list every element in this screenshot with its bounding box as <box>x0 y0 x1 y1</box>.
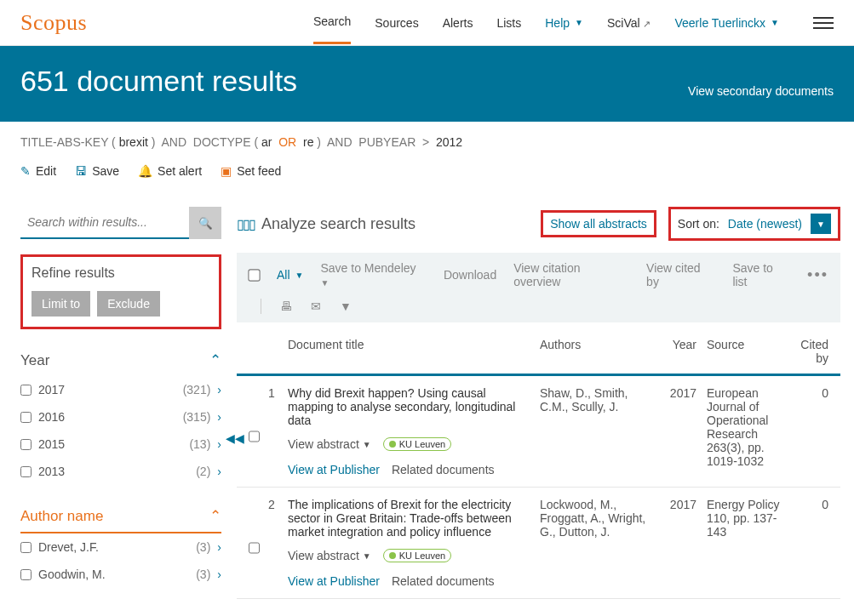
facet-checkbox[interactable] <box>20 542 32 553</box>
nav-sources[interactable]: Sources <box>375 3 418 43</box>
view-at-publisher[interactable]: View at Publisher <box>288 574 380 588</box>
ku-leuven-badge[interactable]: KU Leuven <box>383 549 451 562</box>
citation-overview[interactable]: View citation overview <box>513 261 629 288</box>
col-cited[interactable]: Cited by <box>795 338 828 365</box>
row-checkbox[interactable] <box>249 498 260 598</box>
rss-icon: ▣ <box>221 164 232 178</box>
facet-checkbox[interactable] <box>20 385 32 396</box>
row-authors[interactable]: Shaw, D., Smith, C.M., Scully, J. <box>540 386 659 487</box>
facet-checkbox[interactable] <box>20 412 32 423</box>
facet-checkbox[interactable] <box>20 466 32 477</box>
chevron-up-icon: ⌃ <box>209 507 221 525</box>
chevron-right-icon[interactable]: › <box>217 437 221 451</box>
chevron-down-icon: ▼ <box>771 18 779 27</box>
chevron-down-icon: ▼ <box>295 271 304 280</box>
row-authors[interactable]: Lockwood, M., Froggatt, A., Wright, G., … <box>540 498 659 598</box>
print-icon[interactable]: 🖶 <box>280 299 292 313</box>
facet-year-item[interactable]: 2015(13)› <box>20 431 221 458</box>
table-row: 1 Why did Brexit happen? Using causal ma… <box>237 376 840 488</box>
sort-dropdown[interactable]: ▼ <box>811 214 831 234</box>
col-year[interactable]: Year <box>659 338 696 365</box>
refine-title: Refine results <box>32 265 210 281</box>
email-icon[interactable]: ✉ <box>311 299 321 313</box>
bar-chart-icon: ▯▯▯ <box>237 216 255 232</box>
view-secondary-documents[interactable]: View secondary documents <box>688 84 834 98</box>
external-link-icon: ↗ <box>643 19 651 29</box>
save-mendeley[interactable]: Save to Mendeley ▼ <box>320 261 426 288</box>
show-abstracts-highlight: Show all abstracts <box>541 210 656 237</box>
pdf-icon[interactable]: ▼ <box>340 299 352 313</box>
nav-user[interactable]: Veerle Tuerlinckx▼ <box>674 3 779 43</box>
document-title[interactable]: Why did Brexit happen? Using causal mapp… <box>288 386 528 427</box>
facet-checkbox[interactable] <box>20 569 32 580</box>
view-abstract[interactable]: View abstract ▼ <box>288 549 371 562</box>
chevron-down-icon: ▼ <box>363 440 371 449</box>
chevron-up-icon: ⌃ <box>209 351 221 369</box>
brand-logo[interactable]: Scopus <box>20 10 87 36</box>
nav-search[interactable]: Search <box>313 1 351 44</box>
col-authors[interactable]: Authors <box>540 338 659 365</box>
bell-icon: 🔔 <box>138 164 152 178</box>
chevron-right-icon[interactable]: › <box>217 383 221 396</box>
row-cited[interactable]: 0 <box>795 386 828 487</box>
facet-author-item[interactable]: Goodwin, M.(3)› <box>20 561 221 588</box>
related-documents[interactable]: Related documents <box>392 574 495 588</box>
row-source[interactable]: Energy Policy 110, pp. 137-143 <box>707 498 795 598</box>
sort-label: Sort on: <box>678 217 719 231</box>
all-dropdown[interactable]: All ▼ <box>277 268 303 282</box>
search-icon: 🔍 <box>198 217 213 230</box>
chevron-right-icon[interactable]: › <box>217 568 221 581</box>
query-string: TITLE-ABS-KEY ( brexit ) AND DOCTYPE ( a… <box>0 122 854 163</box>
facet-year-item[interactable]: 2016(315)› <box>20 403 221 431</box>
set-feed-button[interactable]: ▣Set feed <box>221 164 281 178</box>
menu-icon[interactable] <box>813 17 834 29</box>
save-to-list[interactable]: Save to list <box>732 261 790 288</box>
view-cited-by[interactable]: View cited by <box>646 261 715 288</box>
chevron-right-icon[interactable]: › <box>217 465 221 478</box>
facet-author-header[interactable]: Author name⌃ <box>20 500 221 533</box>
download-button[interactable]: Download <box>444 268 496 282</box>
nav-scival[interactable]: SciVal ↗ <box>607 3 651 43</box>
edit-button[interactable]: ✎Edit <box>20 164 56 178</box>
col-source[interactable]: Source <box>707 338 795 365</box>
col-title[interactable]: Document title <box>288 338 540 365</box>
refine-results-highlight: Refine results Limit to Exclude <box>20 254 221 329</box>
chevron-down-icon: ▼ <box>320 278 329 288</box>
page-title: 651 document results <box>20 65 297 98</box>
search-within-button[interactable]: 🔍 <box>189 207 221 239</box>
chevron-down-icon: ▼ <box>817 220 825 229</box>
select-all-checkbox[interactable] <box>248 269 260 281</box>
facet-year-header[interactable]: Year⌃ <box>20 345 221 376</box>
row-source[interactable]: European Journal of Operational Research… <box>707 386 795 487</box>
sort-value[interactable]: Date (newest) <box>728 217 802 231</box>
more-actions[interactable]: ••• <box>807 266 828 284</box>
nav-lists[interactable]: Lists <box>496 3 521 43</box>
set-alert-button[interactable]: 🔔Set alert <box>138 164 202 178</box>
facet-checkbox[interactable] <box>20 439 32 450</box>
search-within-input[interactable] <box>20 207 189 239</box>
nav-help[interactable]: Help▼ <box>545 3 583 43</box>
row-year: 2017 <box>659 386 696 487</box>
collapse-sidebar-icon[interactable]: ◀◀ <box>226 431 244 445</box>
limit-to-button[interactable]: Limit to <box>32 291 90 317</box>
ku-leuven-badge[interactable]: KU Leuven <box>383 437 451 451</box>
facet-author-item[interactable]: Drevet, J.F.(3)› <box>20 533 221 561</box>
facet-year-item[interactable]: 2017(321)› <box>20 376 221 403</box>
nav-alerts[interactable]: Alerts <box>443 3 473 43</box>
document-title[interactable]: The implications of Brexit for the elect… <box>288 498 528 539</box>
row-cited[interactable]: 0 <box>795 498 828 598</box>
view-abstract[interactable]: View abstract ▼ <box>288 437 371 451</box>
chevron-right-icon[interactable]: › <box>217 410 221 424</box>
row-checkbox[interactable] <box>249 386 260 487</box>
save-button[interactable]: 🖫Save <box>75 164 119 178</box>
related-documents[interactable]: Related documents <box>392 463 495 476</box>
save-icon: 🖫 <box>75 164 87 178</box>
exclude-button[interactable]: Exclude <box>97 291 160 317</box>
view-at-publisher[interactable]: View at Publisher <box>288 463 380 476</box>
show-all-abstracts[interactable]: Show all abstracts <box>550 217 647 231</box>
chevron-down-icon: ▼ <box>575 18 583 27</box>
chevron-right-icon[interactable]: › <box>217 540 221 554</box>
facet-year-item[interactable]: 2013(2)› <box>20 458 221 485</box>
analyze-results[interactable]: ▯▯▯ Analyze search results <box>237 215 416 233</box>
sort-highlight: Sort on: Date (newest) ▼ <box>668 207 840 241</box>
